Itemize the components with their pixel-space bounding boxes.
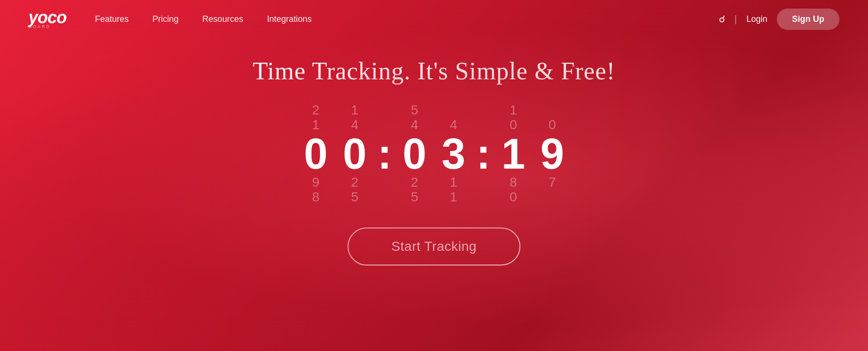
minutes-tens-main: 0 [403, 133, 426, 175]
hours-tens-above: 2 1 [312, 104, 320, 133]
hours-ones-above: 1 4 [351, 104, 359, 133]
seconds-tens-column: 1 0 1 8 0 [494, 104, 532, 204]
minutes-tens-above: 5 4 [411, 104, 418, 133]
nav-features[interactable]: Features [95, 14, 129, 24]
seconds-ones-above-1 [550, 103, 554, 118]
seconds-tens-main: 1 [501, 133, 525, 175]
seconds-ones-main: 9 [540, 133, 564, 175]
signup-button[interactable]: Sign Up [777, 9, 840, 30]
hours-digits: 2 1 0 9 8 1 4 0 2 [297, 104, 374, 204]
logo[interactable]: yoco BOARD [28, 9, 66, 29]
nav-right: ☌ | Login Sign Up [719, 9, 840, 30]
minutes-ones-below-1: 1 [450, 175, 457, 190]
timer-container: 2 1 0 9 8 1 4 0 2 [297, 104, 571, 204]
seconds-ones-below-1: 7 [548, 175, 556, 190]
seconds-ones-column: 0 9 7 [533, 104, 571, 204]
seconds-ones-above: 0 [548, 104, 556, 133]
nav-integrations[interactable]: Integrations [267, 14, 311, 24]
minutes-digits: 5 4 0 2 5 4 3 1 [396, 104, 472, 204]
colon-2: : [476, 133, 491, 175]
hours-ones-below: 2 5 [351, 175, 359, 204]
hours-ones-above-1: 1 [351, 103, 359, 118]
search-icon[interactable]: ☌ [719, 13, 725, 25]
minutes-ones-main: 3 [442, 133, 465, 175]
hours-ones-main: 0 [343, 133, 367, 175]
hours-tens-below-2: 8 [312, 190, 320, 205]
hero-section: Time Tracking. It's Simple & Free! 2 1 0… [0, 38, 868, 266]
hero-title: Time Tracking. It's Simple & Free! [253, 57, 615, 85]
seconds-tens-below-2: 0 [509, 190, 517, 205]
timer-display: 2 1 0 9 8 1 4 0 2 [297, 104, 571, 204]
minutes-tens-below-1: 2 [411, 175, 418, 190]
minutes-ones-below-2: 1 [450, 190, 457, 205]
hours-ones-column: 1 4 0 2 5 [336, 104, 374, 204]
minutes-ones-above-1 [452, 103, 455, 118]
seconds-digits: 1 0 1 8 0 0 9 7 [494, 104, 571, 204]
seconds-tens-above-1: 1 [509, 103, 517, 118]
minutes-ones-column: 4 3 1 1 [434, 104, 472, 204]
nav-links: Features Pricing Resources Integrations [95, 14, 719, 24]
minutes-ones-below: 1 1 [450, 175, 457, 204]
hours-ones-below-1: 2 [351, 175, 359, 190]
start-tracking-button[interactable]: Start Tracking [348, 228, 520, 266]
login-link[interactable]: Login [746, 14, 767, 24]
seconds-ones-below: 7 [548, 175, 556, 204]
hours-tens-column: 2 1 0 9 8 [297, 104, 335, 204]
hours-tens-main: 0 [304, 133, 328, 175]
divider: | [735, 14, 737, 25]
seconds-ones-below-2 [550, 190, 554, 205]
hours-ones-below-2: 5 [351, 190, 359, 205]
colon-1: : [377, 133, 392, 175]
minutes-tens-column: 5 4 0 2 5 [396, 104, 434, 204]
hours-tens-below: 9 8 [312, 175, 320, 204]
nav-pricing[interactable]: Pricing [152, 14, 179, 24]
minutes-ones-above: 4 [450, 104, 457, 133]
nav-resources[interactable]: Resources [202, 14, 243, 24]
hours-tens-above-1: 2 [312, 103, 320, 118]
minutes-tens-below-2: 5 [411, 190, 418, 205]
minutes-tens-above-1: 5 [411, 103, 418, 118]
seconds-tens-below-1: 8 [509, 175, 517, 190]
navigation: yoco BOARD Features Pricing Resources In… [0, 0, 868, 38]
hours-tens-below-1: 9 [312, 175, 320, 190]
seconds-tens-above: 1 0 [509, 104, 517, 133]
seconds-tens-below: 8 0 [509, 175, 517, 204]
minutes-tens-below: 2 5 [411, 175, 418, 204]
